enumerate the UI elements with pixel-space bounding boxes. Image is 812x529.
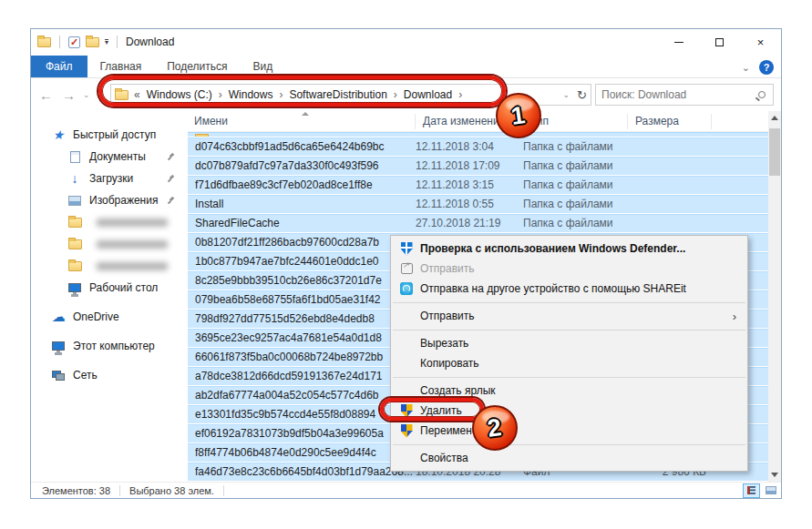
sidebar-item[interactable]: Сеть — [31, 364, 188, 386]
status-divider — [223, 485, 224, 496]
items-count: Элементов: 38 — [42, 485, 119, 496]
sidebar-item[interactable]: ★ Быстрый доступ — [31, 124, 188, 146]
sidebar-item[interactable]: ☁ OneDrive — [31, 306, 188, 328]
annotation-oval-delete-item — [380, 398, 484, 421]
refresh-icon[interactable]: ↻ — [577, 88, 587, 102]
ribbon-tab-label: Файл — [46, 60, 73, 73]
context-menu-item[interactable]: Переименовать › — [391, 421, 747, 441]
navigation-pane: ★ Быстрый доступ Документы ↓ Загрузки — [31, 111, 188, 482]
folder-icon — [67, 215, 82, 229]
context-menu-item[interactable]: Отправить › — [391, 306, 747, 326]
page-background: ✓ ▾ Download × ФайлГлавнаяПоделитьсяВид … — [0, 0, 812, 529]
address-dropdown-chevron-icon[interactable]: ⌄ — [563, 90, 570, 99]
ribbon-tab[interactable]: Главная — [87, 56, 155, 77]
context-menu-item[interactable]: › — [391, 299, 747, 306]
file-name: 66061f873f5ba0c00068b724be8972bb — [195, 351, 383, 363]
search-input[interactable]: Поиск: Download — [595, 84, 774, 106]
context-menu-item-label: Отправить — [420, 262, 475, 275]
sidebar-item[interactable]: Изображения — [31, 189, 188, 211]
file-row[interactable]: d074c63cbbf91ad5d6ca65e6424b69bc 12.11.2… — [188, 137, 768, 156]
column-header-size[interactable]: Размера — [628, 114, 712, 129]
file-row[interactable]: Install 12.11.2018 0:55 Папка с файлами — [188, 194, 768, 213]
annotation-badge-2: 2 — [472, 405, 518, 451]
sidebar-item-label: Сеть — [73, 369, 98, 381]
file-type: Папка с файлами — [523, 217, 628, 229]
sidebar-item[interactable]: ↓ Загрузки — [31, 168, 188, 189]
file-name: 798df927dd77515d526ebd8e4dedb8 — [195, 312, 375, 325]
sidebar-item-label: Документы — [89, 150, 146, 163]
ribbon-right-controls: ⌄ ? — [742, 60, 781, 77]
file-name: e13301fd35c9b574ccd4e55f8d08894 — [195, 408, 375, 421]
titlebar-divider — [59, 36, 60, 48]
forward-icon[interactable]: → — [59, 87, 78, 103]
sidebar-item-label: Загрузки — [89, 172, 133, 185]
context-menu-item-label: Отправить — [420, 310, 475, 322]
maximize-button[interactable] — [699, 29, 740, 55]
ribbon-tab[interactable]: Поделиться — [154, 56, 240, 77]
help-icon[interactable]: ? — [759, 60, 774, 75]
file-row[interactable]: dc07b879afd7c97a7da330f0c493f596 12.11.2… — [188, 156, 768, 175]
scroll-up-icon[interactable] — [768, 111, 781, 125]
close-button[interactable]: × — [740, 29, 781, 55]
titlebar-divider — [117, 36, 118, 48]
desktop-icon — [67, 280, 82, 295]
details-view-button[interactable] — [743, 483, 760, 498]
sidebar-item[interactable]: Этот компьютер — [31, 335, 188, 357]
scroll-down-icon[interactable] — [768, 468, 781, 482]
file-type: Папка с файлами — [523, 178, 628, 191]
submenu-arrow-icon: › — [733, 310, 736, 323]
recent-locations-chevron-icon[interactable]: ⌄ — [82, 90, 91, 99]
this-pc-icon — [51, 339, 66, 353]
ribbon-tab[interactable]: Файл — [31, 56, 87, 77]
file-name: ab2dfa67774a004a52c054c577c4d6b — [195, 389, 379, 402]
context-menu-item[interactable]: Отправка на другое устройство с помощью … — [391, 279, 747, 299]
sidebar-item[interactable] — [31, 233, 188, 255]
shareit-icon — [398, 281, 415, 296]
sidebar-item[interactable] — [31, 255, 188, 277]
sidebar-item-label: Быстрый доступ — [73, 128, 156, 141]
sort-ascending-icon[interactable] — [302, 112, 309, 116]
ribbon-collapse-icon[interactable]: ⌄ — [742, 62, 750, 74]
annotation-badge-1: 1 — [496, 93, 541, 138]
properties-check-icon[interactable]: ✓ — [68, 36, 80, 48]
file-name: 0b81207df21ff286bacb97600cd28a7b — [195, 236, 379, 249]
folder-icon — [67, 259, 82, 273]
sidebar-item-label: OneDrive — [73, 310, 119, 323]
context-menu-item[interactable]: › — [391, 326, 747, 333]
sidebar-item[interactable]: Документы — [31, 146, 188, 168]
context-menu-item[interactable]: Проверка с использованием Windows Defend… — [391, 239, 747, 259]
scrollbar-thumb[interactable] — [769, 128, 780, 176]
context-menu: Проверка с использованием Windows Defend… — [390, 235, 748, 472]
qat-customize-dropdown-icon[interactable]: ▾ — [105, 39, 108, 46]
onedrive-icon: ☁ — [51, 310, 66, 324]
search-icon[interactable] — [758, 91, 766, 98]
titlebar: ✓ ▾ Download × — [31, 29, 781, 55]
thumbnails-view-button[interactable] — [762, 483, 779, 498]
column-header-name[interactable]: Имени — [188, 114, 416, 129]
new-folder-icon[interactable] — [86, 37, 99, 47]
context-menu-item[interactable]: Вырезать › — [391, 333, 747, 353]
ribbon-tabs: ФайлГлавнаяПоделитьсяВид — [31, 56, 285, 77]
ribbon-tab[interactable]: Вид — [240, 56, 285, 77]
file-name: fa46d73e8c23c6b6645bf4d03bf1d79aa268... — [195, 465, 413, 478]
sidebar-item-label: Этот компьютер — [73, 340, 155, 352]
file-name: 079bea6b58e68755fa6f1bd05ae31f42 — [195, 293, 381, 306]
sidebar-item[interactable]: Рабочий стол — [31, 277, 188, 299]
sidebar-item-label: Рабочий стол — [89, 281, 158, 294]
file-name: 1b0c877b947ae7bfc244601e0ddc1e0 — [195, 255, 379, 268]
vertical-scrollbar[interactable] — [768, 111, 781, 482]
ribbon-tab-label: Главная — [100, 60, 142, 73]
context-menu-item[interactable]: Свойства › — [391, 448, 747, 468]
back-icon[interactable]: ← — [36, 87, 56, 103]
file-date: 12.11.2018 17:09 — [416, 159, 523, 172]
context-menu-item[interactable]: Отправить › — [391, 259, 747, 279]
context-menu-item[interactable]: › — [391, 441, 747, 448]
sidebar-item[interactable] — [31, 211, 188, 233]
file-row[interactable]: SharedFileCache 27.10.2018 21:19 Папка с… — [188, 213, 768, 232]
blurred-label — [97, 240, 168, 249]
file-row[interactable]: f71d6dfbae89c3cf7eb020ad8ce1ff8e 12.11.2… — [188, 175, 768, 194]
view-switcher — [743, 483, 781, 498]
context-menu-item[interactable]: Копировать › — [391, 353, 747, 373]
minimize-button[interactable] — [658, 29, 699, 55]
context-menu-item[interactable]: › — [391, 373, 747, 381]
